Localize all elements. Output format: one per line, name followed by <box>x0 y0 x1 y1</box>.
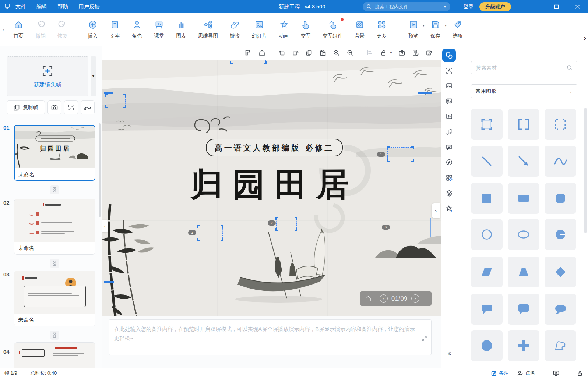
shape-tile-speech-bubble-ellipse[interactable] <box>545 294 576 325</box>
toolbar-options-button[interactable]: 选项 <box>447 20 469 39</box>
shape-tile-rounded-rectangle[interactable] <box>508 183 539 214</box>
toolbar-interactive-widget-button[interactable]: 交互组件 <box>317 20 349 39</box>
next-page-icon[interactable]: › <box>411 294 419 303</box>
element-order-badge[interactable]: 1 <box>188 230 196 235</box>
project-search-input[interactable] <box>374 4 441 10</box>
slide-1-name[interactable]: 未命名 <box>15 168 95 181</box>
presenter-screen-button[interactable] <box>553 371 559 376</box>
shape-tile-diamond[interactable] <box>545 257 576 287</box>
toolbar-interaction-button[interactable]: 交互 <box>295 20 317 39</box>
menu-edit[interactable]: 编辑 <box>36 3 47 10</box>
new-frame-button[interactable]: 新建镜头帧 <box>7 56 88 96</box>
search-icon[interactable] <box>567 65 573 71</box>
shape-tile-speech-bubble-rounded[interactable] <box>508 294 539 325</box>
element-box-right-upper[interactable] <box>387 147 413 161</box>
go-home-icon[interactable] <box>365 295 372 302</box>
shape-tile-curve[interactable] <box>545 146 576 177</box>
tab-text[interactable] <box>441 64 457 77</box>
toolbar-preview-button[interactable]: ▼ 预览 <box>402 20 425 39</box>
menu-file[interactable]: 文件 <box>15 3 26 10</box>
rollcall-button[interactable]: 点名 <box>517 370 535 377</box>
notes-expand-icon[interactable] <box>422 336 427 343</box>
rename-edit-icon[interactable] <box>426 49 433 57</box>
search-scope-caret-icon[interactable]: ▼ <box>443 5 447 8</box>
slide-card-3[interactable]: 未命名 <box>14 271 95 326</box>
menu-help[interactable]: 帮助 <box>57 3 68 10</box>
prev-page-icon[interactable]: ‹ <box>380 294 388 303</box>
toolbar-chart-button[interactable]: 图表 <box>170 20 192 39</box>
transition-delay-button[interactable] <box>50 259 59 268</box>
shape-tile-arrow[interactable] <box>508 146 539 177</box>
paste-icon[interactable] <box>319 49 327 57</box>
slide-2-name[interactable]: 未命名 <box>14 242 95 255</box>
project-search[interactable]: ▼ <box>363 2 450 11</box>
toolbar-scroll-right-icon[interactable]: › <box>584 34 586 42</box>
toolbar-undo-button[interactable]: 撤销 <box>29 20 52 39</box>
element-order-badge[interactable]: 6 <box>382 225 390 230</box>
transition-delay-button[interactable] <box>50 185 59 194</box>
history-icon[interactable] <box>412 49 420 57</box>
toolbar-mindmap-button[interactable]: 思维导图 <box>192 20 224 39</box>
collapse-left-panel-tab[interactable]: ‹ <box>102 220 108 232</box>
toolbar-classroom-button[interactable]: 课堂 <box>148 20 170 39</box>
shape-tile-freeform[interactable] <box>545 330 576 361</box>
shape-tile-pie[interactable] <box>545 219 576 250</box>
screenshot-frame-button[interactable] <box>47 100 61 114</box>
expand-right-panel-tab[interactable]: › <box>432 203 440 218</box>
unlock-icon[interactable] <box>380 49 388 57</box>
lock-canvas-button[interactable] <box>577 371 583 376</box>
shape-tile-ellipse[interactable] <box>508 219 539 250</box>
slide-title-text[interactable]: 归园田居 <box>190 165 358 203</box>
toolbar-insert-button[interactable]: 插入 <box>82 20 104 39</box>
toolbar-more-button[interactable]: 更多 <box>371 20 393 39</box>
asset-search[interactable] <box>471 61 577 74</box>
frames-scrollbar[interactable] <box>99 123 101 217</box>
rotate-right-icon[interactable] <box>292 49 300 57</box>
slide-card-2[interactable]: 未命名 <box>14 199 95 255</box>
shapes-scrollbar[interactable] <box>584 108 587 233</box>
tab-subtitle[interactable] <box>441 141 457 153</box>
login-button[interactable]: 登录 <box>463 0 474 13</box>
shape-tile-circle[interactable] <box>471 219 503 250</box>
toolbar-animation-button[interactable]: 动画 <box>273 20 295 39</box>
slide-subtitle-text[interactable]: 高一语文人教部编版 必修二 <box>215 143 334 152</box>
fit-view-button[interactable] <box>64 100 78 114</box>
element-box-right[interactable] <box>396 218 431 237</box>
ruler-icon[interactable] <box>245 49 253 57</box>
menu-feedback[interactable]: 用户反馈 <box>78 3 100 10</box>
toolbar-redo-button[interactable]: 恢复 <box>52 20 74 39</box>
slide-3-name[interactable]: 未命名 <box>14 314 95 326</box>
tab-layers[interactable] <box>441 187 457 199</box>
slide-card-4[interactable] <box>14 342 95 368</box>
shape-tile-speech-bubble-square[interactable] <box>471 294 503 325</box>
transition-delay-button[interactable] <box>50 331 59 340</box>
toolbar-scroll-left-icon[interactable]: ‹ <box>3 27 4 33</box>
shape-tile-trapezoid[interactable] <box>508 257 539 287</box>
copy-frame-button[interactable]: 复制帧 <box>7 100 45 114</box>
shape-category-select[interactable]: 常用图形 ⌄ <box>471 84 577 98</box>
upgrade-account-button[interactable]: 升级账户 <box>479 2 511 11</box>
snapshot-icon[interactable] <box>398 49 406 57</box>
canvas-stage[interactable]: 高一语文人教部编版 必修二 归园田居 <box>102 60 441 316</box>
zoom-in-icon[interactable] <box>333 49 341 57</box>
minimize-button[interactable] <box>525 0 546 13</box>
zoom-out-icon[interactable] <box>346 49 354 57</box>
element-box-topleft[interactable] <box>106 95 126 107</box>
shape-tile-octagon[interactable] <box>471 330 503 361</box>
copy-icon[interactable] <box>306 49 313 57</box>
toolbar-link-button[interactable]: 链接 <box>224 20 246 39</box>
shape-tile-parallelogram[interactable] <box>471 257 503 287</box>
toolbar-save-button[interactable]: ▼ 保存 <box>425 20 447 39</box>
tab-video[interactable] <box>441 110 457 123</box>
shape-tile-square[interactable] <box>471 183 503 214</box>
toolbar-home-button[interactable]: 首页 <box>7 20 29 39</box>
element-order-badge[interactable]: 1 <box>377 152 385 157</box>
maximize-button[interactable] <box>546 0 567 13</box>
toolbar-text-button[interactable]: 文本 <box>104 20 126 39</box>
slide-card-1[interactable]: 归园田居 未命名 <box>14 125 95 181</box>
tab-scene[interactable] <box>441 95 457 107</box>
canvas-home-icon[interactable] <box>258 49 266 57</box>
close-button[interactable] <box>567 0 588 13</box>
toolbar-background-button[interactable]: 背景 <box>349 20 371 39</box>
element-order-badge[interactable]: 2 <box>268 220 276 226</box>
